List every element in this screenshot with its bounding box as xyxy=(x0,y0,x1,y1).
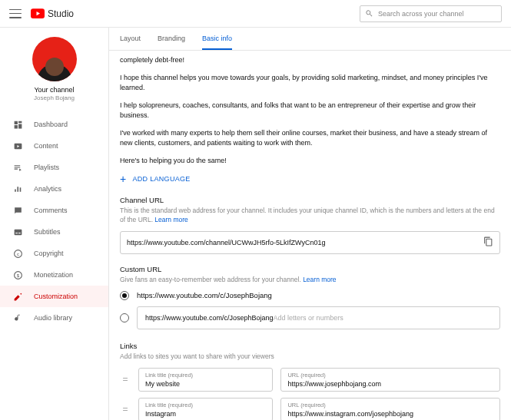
channel-name: Joseph Bojang xyxy=(34,94,75,101)
copyright-icon: c xyxy=(12,248,23,259)
channel-url-field[interactable]: https://www.youtube.com/channel/UCWwJH5r… xyxy=(120,231,500,254)
custom-url-sub: Give fans an easy-to-remember web addres… xyxy=(120,276,500,285)
link-row-2: = Link title (required) Instagram URL (r… xyxy=(120,398,500,420)
nav-content[interactable]: Content xyxy=(0,135,108,157)
link-title-field[interactable]: Link title (required) My website xyxy=(138,368,273,392)
svg-rect-2 xyxy=(14,229,22,235)
subtitles-icon xyxy=(12,227,23,237)
link-url-field[interactable]: URL (required) https://www.instagram.com… xyxy=(280,398,500,420)
studio-logo[interactable]: Studio xyxy=(31,8,74,19)
nav-customization[interactable]: Customization xyxy=(0,286,108,307)
nav-audio-library[interactable]: Audio library xyxy=(0,307,108,329)
nav-copyright[interactable]: cCopyright xyxy=(0,243,108,264)
radio-unselected[interactable] xyxy=(120,313,129,322)
channel-url-value: https://www.youtube.com/channel/UCWwJH5r… xyxy=(127,239,483,246)
channel-url-heading: Channel URL xyxy=(120,196,500,204)
tab-branding[interactable]: Branding xyxy=(158,35,185,50)
customization-icon xyxy=(12,291,23,302)
channel-url-learn-more[interactable]: Learn more xyxy=(154,216,187,223)
radio-selected[interactable] xyxy=(120,291,129,300)
custom-url-option-1[interactable]: https://www.youtube.com/c/JosephBojang xyxy=(120,291,500,300)
link-url-field[interactable]: URL (required) https://www.josephbojang.… xyxy=(280,368,500,392)
nav-monetization[interactable]: $Monetization xyxy=(0,264,108,286)
copy-icon[interactable] xyxy=(483,236,493,248)
links-heading: Links xyxy=(120,342,500,350)
nav-analytics[interactable]: Analytics xyxy=(0,178,108,200)
drag-handle-icon[interactable]: = xyxy=(120,404,131,415)
nav-dashboard[interactable]: Dashboard xyxy=(0,114,108,135)
dashboard-icon xyxy=(12,119,23,130)
logo-text: Studio xyxy=(48,8,74,19)
custom-url-learn-more[interactable]: Learn more xyxy=(303,276,336,283)
link-title-field[interactable]: Link title (required) Instagram xyxy=(138,398,273,420)
svg-rect-3 xyxy=(15,233,18,233)
nav-comments[interactable]: Comments xyxy=(0,200,108,221)
plus-icon: + xyxy=(120,173,126,185)
drag-handle-icon[interactable]: = xyxy=(120,374,131,385)
link-row-1: = Link title (required) My website URL (… xyxy=(120,368,500,392)
custom-url-heading: Custom URL xyxy=(120,265,500,273)
channel-url-sub: This is the standard web address for you… xyxy=(120,207,500,225)
nav-playlists[interactable]: Playlists xyxy=(0,157,108,178)
tab-layout[interactable]: Layout xyxy=(120,35,141,50)
svg-text:c: c xyxy=(17,251,19,256)
main-panel: Layout Branding Basic info completely de… xyxy=(109,28,511,420)
search-placeholder: Search across your channel xyxy=(378,10,464,18)
channel-description[interactable]: completely debt-free! I hope this channe… xyxy=(120,55,500,166)
links-sub: Add links to sites you want to share wit… xyxy=(120,352,500,362)
custom-url-option-2[interactable]: https://www.youtube.com/c/JosephBojang A… xyxy=(120,306,500,329)
svg-rect-4 xyxy=(18,233,21,233)
tab-basic-info[interactable]: Basic info xyxy=(202,35,232,50)
content-icon xyxy=(12,141,23,151)
your-channel-label: Your channel xyxy=(34,86,74,94)
playlists-icon xyxy=(12,162,23,173)
search-input[interactable]: Search across your channel xyxy=(360,5,502,22)
sidebar: Your channel Joseph Bojang Dashboard Con… xyxy=(0,28,109,420)
tabs: Layout Branding Basic info xyxy=(109,28,511,51)
add-language-button[interactable]: + ADD LANGUAGE xyxy=(120,173,500,185)
top-bar: Studio Search across your channel xyxy=(0,0,511,28)
comments-icon xyxy=(12,205,23,216)
nav-subtitles[interactable]: Subtitles xyxy=(0,221,108,243)
audio-library-icon xyxy=(12,313,23,323)
menu-icon[interactable] xyxy=(9,8,22,20)
svg-text:$: $ xyxy=(16,273,19,277)
custom-url-input[interactable]: https://www.youtube.com/c/JosephBojang A… xyxy=(137,306,500,329)
channel-avatar[interactable] xyxy=(32,37,77,81)
analytics-icon xyxy=(12,184,23,194)
monetization-icon: $ xyxy=(12,270,23,280)
